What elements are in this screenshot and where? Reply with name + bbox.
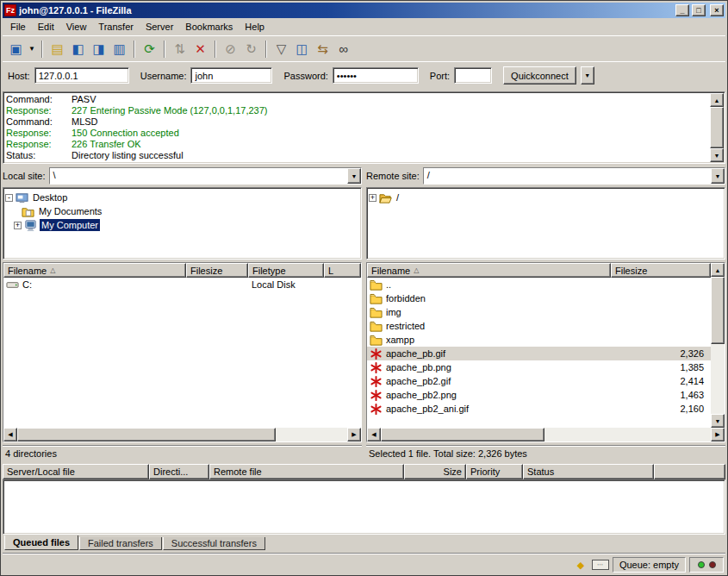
- scroll-left-icon[interactable]: ◀: [3, 428, 17, 441]
- menu-bookmarks[interactable]: Bookmarks: [179, 19, 239, 34]
- my-computer-icon: [24, 219, 37, 232]
- remote-v-scrollbar[interactable]: ▲ ▼: [711, 263, 725, 428]
- column-remote-file[interactable]: Remote file: [209, 464, 404, 479]
- username-label: Username:: [140, 71, 187, 81]
- message-log-toggle-icon[interactable]: ▤: [47, 39, 67, 59]
- scroll-up-icon[interactable]: ▲: [711, 263, 725, 277]
- tab-failed-transfers[interactable]: Failed transfers: [79, 537, 162, 550]
- remote-site-combobox[interactable]: / ▼: [423, 167, 725, 185]
- local-file-row[interactable]: C: Local Disk: [3, 278, 361, 291]
- remote-tree: + /: [366, 187, 725, 260]
- password-input[interactable]: [333, 67, 419, 84]
- scroll-left-icon[interactable]: ◀: [367, 428, 381, 441]
- expand-icon[interactable]: +: [14, 222, 22, 229]
- remote-file-list: Filename △ Filesize ..: [366, 262, 725, 442]
- column-filetype[interactable]: Filetype: [248, 263, 324, 278]
- remote-file-row[interactable]: apache_pb2_ani.gif 2,160: [367, 402, 711, 416]
- directory-compare-icon[interactable]: ◫: [292, 39, 312, 59]
- log-line: Response: 150 Connection accepted: [6, 128, 709, 139]
- menu-help[interactable]: Help: [239, 19, 271, 34]
- tab-successful-transfers[interactable]: Successful transfers: [163, 537, 265, 550]
- column-server-local-file[interactable]: Server/Local file: [3, 464, 149, 479]
- username-input[interactable]: [190, 67, 272, 84]
- log-scrollbar[interactable]: ▲ ▼: [710, 93, 724, 162]
- remote-tree-toggle-icon[interactable]: ◨: [89, 39, 109, 59]
- local-site-combobox[interactable]: \ ▼: [49, 167, 362, 185]
- find-files-icon[interactable]: ∞: [333, 39, 353, 59]
- scrollbar-thumb[interactable]: [711, 277, 725, 344]
- local-list-header: Filename △ Filesize Filetype L: [3, 263, 361, 278]
- menu-server[interactable]: Server: [140, 19, 179, 34]
- remote-file-row-selected[interactable]: apache_pb.gif 2,326: [367, 347, 711, 360]
- menu-edit[interactable]: Edit: [32, 19, 60, 34]
- local-h-scrollbar[interactable]: ◀ ▶: [3, 428, 361, 441]
- site-manager-dropdown-icon[interactable]: ▼: [27, 39, 37, 59]
- port-input[interactable]: [454, 67, 492, 84]
- scroll-down-icon[interactable]: ▼: [710, 148, 724, 162]
- sync-browsing-icon[interactable]: ⇆: [313, 39, 333, 59]
- column-last-modified[interactable]: L: [324, 263, 361, 278]
- remote-file-row[interactable]: restricted: [367, 319, 711, 333]
- local-tree-toggle-icon[interactable]: ◧: [68, 39, 88, 59]
- column-filename[interactable]: Filename △: [3, 263, 186, 278]
- maximize-button[interactable]: □: [692, 4, 706, 16]
- column-filesize[interactable]: Filesize: [186, 263, 248, 278]
- scroll-right-icon[interactable]: ▶: [347, 428, 361, 441]
- refresh-icon[interactable]: ⟳: [140, 39, 159, 59]
- reconnect-icon[interactable]: ↻: [241, 39, 261, 59]
- collapse-icon[interactable]: -: [5, 194, 13, 202]
- queue-toggle-icon[interactable]: ▥: [109, 39, 129, 59]
- tree-item-root[interactable]: + /: [369, 191, 723, 204]
- toolbar-separator: [134, 41, 135, 58]
- scrollbar-thumb[interactable]: [710, 107, 724, 148]
- column-direction[interactable]: Directi...: [149, 464, 209, 479]
- remote-file-row[interactable]: apache_pb.png 1,385: [367, 360, 711, 374]
- remote-file-row[interactable]: img: [367, 305, 711, 319]
- combo-dropdown-icon[interactable]: ▼: [711, 168, 725, 184]
- tree-item-my-computer[interactable]: + My Computer: [5, 218, 359, 232]
- disconnect-icon[interactable]: ⊘: [221, 39, 240, 59]
- menu-transfer[interactable]: Transfer: [92, 19, 140, 34]
- remote-file-row[interactable]: ..: [367, 278, 711, 291]
- remote-file-row[interactable]: apache_pb2.gif 2,414: [367, 374, 711, 388]
- remote-pane: Remote site: / ▼ + /: [366, 166, 725, 462]
- quickconnect-dropdown-icon[interactable]: ▼: [581, 66, 594, 85]
- cancel-icon[interactable]: ✕: [190, 39, 210, 59]
- scrollbar-thumb[interactable]: [381, 428, 544, 441]
- queue-tabs: Queued files Failed transfers Successful…: [3, 535, 725, 553]
- close-button[interactable]: ×: [710, 4, 724, 16]
- password-label: Password:: [283, 71, 327, 81]
- scroll-up-icon[interactable]: ▲: [710, 93, 724, 107]
- column-priority[interactable]: Priority: [466, 464, 523, 479]
- column-filesize[interactable]: Filesize: [611, 263, 711, 278]
- tree-item-my-documents[interactable]: My Documents: [5, 204, 359, 218]
- minimize-button[interactable]: _: [675, 4, 689, 16]
- remote-file-row[interactable]: forbidden: [367, 291, 711, 305]
- host-input[interactable]: [34, 67, 129, 84]
- column-filename[interactable]: Filename △: [367, 263, 611, 278]
- remote-h-scrollbar[interactable]: ◀ ▶: [367, 428, 725, 441]
- local-status-text: 4 directories: [3, 445, 362, 462]
- keyboard-indicator-icon: ⋯: [592, 560, 609, 570]
- tab-queued-files[interactable]: Queued files: [4, 535, 78, 550]
- image-file-icon: [370, 347, 383, 360]
- filter-icon[interactable]: ▽: [271, 39, 291, 59]
- scroll-down-icon[interactable]: ▼: [711, 414, 725, 428]
- menu-file[interactable]: File: [4, 19, 32, 34]
- image-file-icon: [370, 389, 383, 402]
- remote-file-row[interactable]: xampp: [367, 333, 711, 347]
- column-status[interactable]: Status: [523, 464, 654, 479]
- title-bar[interactable]: Fz john@127.0.0.1 - FileZilla _ □ ×: [3, 3, 725, 18]
- expand-icon[interactable]: +: [369, 194, 376, 202]
- tree-item-desktop[interactable]: - Desktop: [5, 191, 359, 204]
- port-label: Port:: [430, 71, 450, 81]
- scrollbar-thumb[interactable]: [17, 428, 276, 441]
- menu-view[interactable]: View: [60, 19, 93, 34]
- combo-dropdown-icon[interactable]: ▼: [347, 168, 361, 184]
- scroll-right-icon[interactable]: ▶: [711, 428, 725, 441]
- remote-file-row[interactable]: apache_pb2.png 1,463: [367, 388, 711, 402]
- quickconnect-button[interactable]: Quickconnect: [503, 66, 576, 85]
- site-manager-icon[interactable]: ▣: [6, 39, 26, 59]
- column-size[interactable]: Size: [404, 464, 466, 479]
- process-queue-icon[interactable]: ⇅: [170, 39, 190, 59]
